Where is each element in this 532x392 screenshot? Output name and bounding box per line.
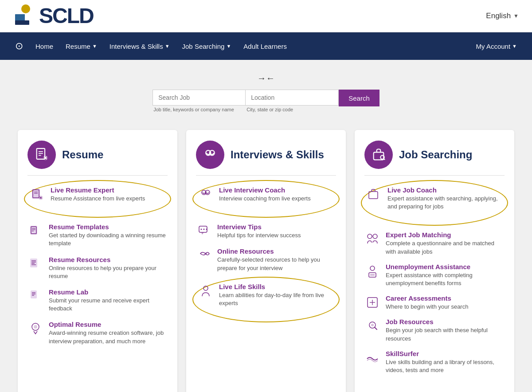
interviews-card: Interviews & Skills Live Interview Coach… [186, 130, 346, 392]
interview-tips-icon [196, 223, 212, 239]
live-interview-coach-item[interactable]: Live Interview Coach Interview coaching … [198, 186, 334, 203]
expert-job-matching-title: Expert Job Matching [386, 231, 505, 239]
skillsurfer-icon [364, 350, 380, 366]
optimal-resume-icon [27, 321, 43, 337]
resume-caret: ▼ [92, 43, 97, 49]
svg-point-36 [206, 229, 207, 230]
resume-lab-desc: Submit your resume and receive expert fe… [49, 297, 168, 313]
search-job-input[interactable] [153, 90, 246, 106]
interview-tips-desc: Helpful tips for interview success [217, 231, 301, 239]
svg-rect-2 [15, 20, 29, 25]
svg-rect-39 [374, 152, 384, 160]
live-life-skills-item[interactable]: Live Life Skills Learn abilities for day… [198, 283, 334, 307]
svg-point-0 [21, 4, 30, 13]
interviews-card-header: Interviews & Skills [196, 141, 336, 176]
resume-lab-text: Resume Lab Submit your resume and receiv… [49, 288, 168, 313]
svg-rect-33 [199, 226, 207, 232]
expert-job-matching-item[interactable]: Expert Job Matching Complete a questionn… [364, 231, 505, 255]
nav-home[interactable]: Home [29, 35, 59, 58]
live-life-skills-wrapper: Live Life Skills Learn abilities for day… [196, 280, 336, 319]
top-header: SCLD English ▼ [0, 0, 532, 32]
resume-lab-item[interactable]: Resume Lab Submit your resume and receiv… [27, 288, 168, 313]
my-account-caret: ▼ [512, 43, 517, 49]
live-life-skills-text: Live Life Skills Learn abilities for day… [219, 283, 334, 307]
svg-point-28 [34, 325, 37, 329]
svg-point-45 [370, 266, 375, 270]
skillsurfer-desc: Live skills building and a library of le… [386, 358, 505, 374]
unemployment-assistance-item[interactable]: Unemployment Assistance Expert assistanc… [364, 263, 505, 287]
location-hint: City, state or zip code [246, 107, 339, 112]
live-life-skills-title: Live Life Skills [219, 283, 334, 290]
skillsurfer-text: SkillSurfer Live skills building and a l… [386, 350, 505, 374]
live-resume-expert-text: Live Resume Expert Resume Assistance fro… [51, 186, 145, 203]
nav-interviews-skills[interactable]: Interviews & Skills ▼ [103, 35, 176, 58]
search-bar: Job title, keywords or company name City… [153, 90, 379, 112]
job-resources-desc: Begin your job search with these helpful… [386, 326, 505, 342]
live-resume-expert-item[interactable]: Live Resume Expert Resume Assistance fro… [29, 186, 166, 203]
nav-left: ⊙ Home Resume ▼ Interviews & Skills ▼ Jo… [9, 32, 293, 60]
job-searching-card-header: Job Searching [364, 141, 505, 176]
nav-adult-learners[interactable]: Adult Learners [237, 35, 293, 58]
optimal-resume-item[interactable]: Optimal Resume Award-winning resume crea… [27, 321, 168, 345]
interview-tips-text: Interview Tips Helpful tips for intervie… [217, 223, 301, 239]
job-searching-card-icon [364, 141, 393, 169]
location-input[interactable] [246, 90, 339, 106]
online-resources-icon [196, 247, 212, 263]
live-job-coach-wrapper: Live Job Coach Expert assistance with se… [364, 184, 505, 222]
resume-resources-item[interactable]: Resume Resources Online resources to hel… [27, 256, 168, 280]
online-resources-item[interactable]: Online Resources Carefully-selected reso… [196, 247, 336, 272]
nav-my-account[interactable]: My Account ▼ [470, 35, 523, 58]
nav-resume[interactable]: Resume ▼ [59, 35, 103, 58]
logo-text: SCLD [39, 5, 94, 27]
online-resources-title: Online Resources [217, 247, 336, 255]
job-searching-card: Job Searching Live Job Coach Expert assi… [355, 130, 514, 392]
resume-lab-icon [27, 288, 43, 304]
svg-point-35 [203, 229, 205, 230]
career-assessments-title: Career Assessments [386, 294, 468, 302]
expert-job-matching-text: Expert Job Matching Complete a questionn… [386, 231, 505, 255]
skillsurfer-item[interactable]: SkillSurfer Live skills building and a l… [364, 350, 505, 374]
nav-bar: ⊙ Home Resume ▼ Interviews & Skills ▼ Jo… [0, 32, 532, 60]
optimal-resume-title: Optimal Resume [49, 321, 168, 328]
live-interview-coach-icon [198, 186, 214, 202]
career-assessments-icon [364, 294, 380, 310]
resume-templates-item[interactable]: Resume Templates Get started by download… [27, 223, 168, 247]
job-searching-icon [371, 147, 386, 162]
live-job-coach-item[interactable]: Live Job Coach Expert assistance with se… [366, 186, 503, 211]
resume-resources-text: Resume Resources Online resources to hel… [49, 256, 168, 280]
collapse-arrows[interactable]: →← [257, 73, 275, 83]
language-selector[interactable]: English ▼ [486, 12, 519, 20]
interviews-caret: ▼ [165, 43, 170, 49]
svg-point-38 [203, 286, 208, 290]
interviews-card-title: Interviews & Skills [231, 149, 324, 161]
live-resume-expert-desc: Resume Assistance from live experts [51, 195, 145, 203]
svg-point-44 [373, 234, 377, 239]
live-life-skills-desc: Learn abilities for day-to-day life from… [219, 291, 334, 307]
live-resume-expert-wrapper: Live Resume Expert Resume Assistance fro… [27, 184, 168, 214]
unemployment-assistance-icon [364, 263, 380, 279]
skillsurfer-title: SkillSurfer [386, 350, 505, 357]
career-assessments-desc: Where to begin with your search [386, 303, 468, 311]
logo-area: SCLD [13, 4, 94, 27]
job-resources-icon [364, 318, 380, 334]
resume-card: Resume Live Resume Expert Resume Assista… [18, 130, 177, 392]
unemployment-assistance-desc: Expert assistance with completing unempl… [386, 271, 505, 287]
language-dropdown-arrow: ▼ [513, 13, 519, 19]
resume-card-header: Resume [27, 141, 168, 176]
search-button[interactable]: Search [339, 90, 379, 106]
optimal-resume-desc: Award-winning resume creation software, … [49, 329, 168, 345]
online-resources-desc: Carefully-selected resources to help you… [217, 256, 336, 272]
resume-lab-title: Resume Lab [49, 288, 168, 296]
job-resources-text: Job Resources Begin your job search with… [386, 318, 505, 342]
job-resources-item[interactable]: Job Resources Begin your job search with… [364, 318, 505, 342]
job-searching-caret: ▼ [226, 43, 231, 49]
expert-job-matching-desc: Complete a questionnaire and be matched … [386, 239, 505, 255]
live-life-skills-icon [198, 283, 214, 299]
svg-rect-23 [31, 290, 37, 298]
career-assessments-item[interactable]: Career Assessments Where to begin with y… [364, 294, 505, 311]
interview-tips-item[interactable]: Interview Tips Helpful tips for intervie… [196, 223, 336, 239]
live-interview-coach-title: Live Interview Coach [219, 186, 311, 194]
svg-line-53 [375, 327, 377, 329]
nav-job-searching[interactable]: Job Searching ▼ [176, 35, 238, 58]
resume-templates-text: Resume Templates Get started by download… [49, 223, 168, 247]
